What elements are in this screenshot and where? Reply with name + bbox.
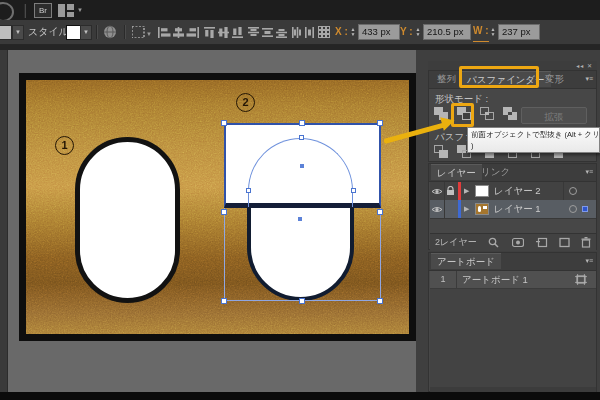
w-field[interactable]: 237 px xyxy=(498,24,540,40)
layer-thumbnail[interactable] xyxy=(475,185,489,197)
lock-cell[interactable] xyxy=(444,182,459,200)
artboard-icon[interactable] xyxy=(575,274,587,285)
anchor-point[interactable] xyxy=(351,188,356,193)
tab-artboards[interactable]: アートボード xyxy=(431,253,501,269)
lock-icon xyxy=(446,186,455,196)
layer-count-label: 2レイヤー xyxy=(435,234,477,251)
bridge-button[interactable]: Br xyxy=(34,3,52,18)
align-options-icon[interactable] xyxy=(132,26,146,38)
anchor-point[interactable] xyxy=(246,188,251,193)
tooltip: 前面オブジェクトで型抜き (Alt + クリックで ) xyxy=(467,127,600,153)
selection-handle[interactable] xyxy=(377,120,383,126)
layer-thumbnail[interactable] xyxy=(475,203,489,215)
pathfinder-tab-highlight xyxy=(459,66,539,88)
target-circle-icon[interactable] xyxy=(569,205,577,213)
locate-object-icon[interactable] xyxy=(488,237,499,248)
style-swatch[interactable] xyxy=(66,25,81,40)
layer-name[interactable]: レイヤー 1 xyxy=(494,200,541,218)
layer-row-selected[interactable]: ▶ レイヤー 1 xyxy=(430,200,596,219)
layers-panel: レイヤー リンク ▾≡ ▶ レイヤー 2 xyxy=(428,163,597,250)
style-dropdown-caret-icon[interactable]: ▼ xyxy=(80,25,92,40)
expand-triangle-icon[interactable]: ▶ xyxy=(464,182,469,200)
fill-swatch-partial[interactable] xyxy=(0,25,12,40)
eye-icon xyxy=(431,205,443,214)
y-field[interactable]: 210.5 px xyxy=(423,24,471,40)
artboards-panel: アートボード ▾≡ 1 アートボード 1 xyxy=(428,252,597,392)
intersect-icon[interactable] xyxy=(480,107,498,124)
tooltip-line2: ) xyxy=(471,140,599,151)
align-vcenter-icon[interactable] xyxy=(218,27,231,38)
layers-statusbar: 2レイヤー xyxy=(430,233,596,251)
panel-menu-icon[interactable]: ▾≡ xyxy=(585,74,593,84)
layer-color-bar xyxy=(458,182,461,200)
y-label: Y : xyxy=(400,20,413,44)
document-setup-globe-icon[interactable] xyxy=(103,25,117,39)
selection-handle[interactable] xyxy=(221,298,227,304)
align-bottom-icon[interactable] xyxy=(232,27,245,38)
distribute-vcenter-icon[interactable] xyxy=(262,27,275,38)
visibility-cell[interactable] xyxy=(430,182,445,200)
layers-tabbar: レイヤー リンク ▾≡ xyxy=(429,164,596,182)
artboard-name[interactable]: アートボード 1 xyxy=(462,271,528,288)
y-stepper[interactable]: ▲▼ xyxy=(414,27,422,37)
clipping-mask-icon[interactable] xyxy=(512,237,524,248)
selection-handle[interactable] xyxy=(299,298,305,304)
target-circle-icon[interactable] xyxy=(569,187,577,195)
control-divider xyxy=(124,25,126,39)
selection-handle[interactable] xyxy=(221,209,227,215)
anchor-point[interactable] xyxy=(299,135,304,140)
column-divider xyxy=(563,182,564,200)
w-stepper[interactable]: ▲▼ xyxy=(489,27,497,37)
align-right-icon[interactable] xyxy=(186,27,199,38)
distribute-hcenter-icon[interactable] xyxy=(304,27,317,38)
layer-name[interactable]: レイヤー 2 xyxy=(494,182,541,200)
window-bottom-edge xyxy=(0,392,600,400)
layer-row[interactable]: ▶ レイヤー 2 xyxy=(430,182,596,201)
selection-handle[interactable] xyxy=(221,120,227,126)
new-sublayer-icon[interactable] xyxy=(536,237,548,248)
selection-handle[interactable] xyxy=(377,209,383,215)
divide-icon[interactable] xyxy=(434,145,452,162)
selection-color-chip xyxy=(582,206,588,212)
shape2-number-label: 2 xyxy=(236,93,255,112)
tab-align[interactable]: 整列 xyxy=(431,71,462,87)
tools-panel-edge xyxy=(0,50,8,392)
panel-menu-icon[interactable]: ▾≡ xyxy=(585,167,593,177)
tab-links[interactable]: リンク xyxy=(475,164,516,180)
expand-triangle-icon[interactable]: ▶ xyxy=(464,200,469,218)
x-field[interactable]: 433 px xyxy=(358,24,400,40)
rounded-rect-shape-1[interactable] xyxy=(75,137,180,303)
workspace-switcher-button[interactable] xyxy=(58,4,74,17)
menubar-divider xyxy=(24,4,26,18)
tab-transform[interactable]: 変形 xyxy=(539,71,570,87)
x-label: X : xyxy=(335,20,348,44)
shape1-number-label: 1 xyxy=(55,136,74,155)
center-point xyxy=(300,164,304,168)
distribute-bottom-icon[interactable] xyxy=(276,27,289,38)
lock-cell-empty[interactable] xyxy=(444,200,459,218)
tooltip-line1: 前面オブジェクトで型抜き (Alt + クリックで xyxy=(471,129,599,140)
workspace-caret-icon: ▼ xyxy=(77,7,83,13)
layer-color-bar xyxy=(458,200,461,218)
align-top-icon[interactable] xyxy=(204,27,217,38)
swatch-dropdown-caret-icon[interactable]: ▼ xyxy=(12,25,24,40)
panel-dock: ◂◂ ✕ 整列 パスファインダー 変形 ▾≡ 形状モード : xyxy=(416,50,600,392)
align-left-icon[interactable] xyxy=(158,27,171,38)
delete-layer-trash-icon[interactable] xyxy=(581,237,591,248)
x-stepper[interactable]: ▲▼ xyxy=(349,27,357,37)
visibility-cell[interactable] xyxy=(430,200,445,218)
reference-point-grid-icon[interactable] xyxy=(318,26,330,38)
collapse-panels-icon[interactable]: ◂◂ ✕ xyxy=(576,62,593,69)
artboards-tabbar: アートボード ▾≡ xyxy=(429,253,596,271)
artboard-row[interactable]: 1 アートボード 1 xyxy=(430,271,596,289)
panel-menu-icon[interactable]: ▾≡ xyxy=(585,256,593,266)
selection-handle[interactable] xyxy=(377,298,383,304)
align-hcenter-icon[interactable] xyxy=(172,27,185,38)
exclude-icon[interactable] xyxy=(503,107,521,124)
expand-button[interactable]: 拡張 xyxy=(521,107,587,124)
selection-handle[interactable] xyxy=(299,120,305,126)
eye-icon xyxy=(431,187,443,196)
new-layer-icon[interactable] xyxy=(559,237,570,248)
center-point xyxy=(298,217,302,221)
distribute-top-icon[interactable] xyxy=(248,27,261,38)
